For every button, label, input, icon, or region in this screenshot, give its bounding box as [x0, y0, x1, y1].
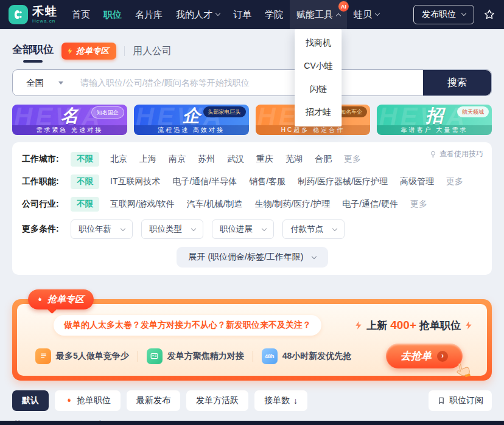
feature-max-5: 最多5人做单竞争少 — [35, 348, 129, 364]
flame-icon — [65, 396, 73, 405]
region-select[interactable]: 全国 — [13, 70, 73, 95]
filter-more-link[interactable]: 更多 — [410, 199, 427, 210]
grab-zone-tag: 抢单专区 — [28, 289, 94, 309]
document-icon — [35, 348, 51, 364]
filter-row-city: 工作城市: 不限 北京 上海 南京 苏州 武汉 重庆 芜湖 合肥 更多 — [22, 152, 482, 167]
menu-item-flash-link[interactable]: 闪链 — [295, 78, 341, 101]
menu-item-recruit-frog[interactable]: 招才蛙 — [295, 101, 341, 124]
filter-card: 查看使用技巧 工作城市: 不限 北京 上海 南京 苏州 武汉 重庆 芜湖 合肥 … — [12, 142, 492, 275]
nav-item-card-library[interactable]: 名片库 — [128, 0, 169, 29]
search-input[interactable] — [73, 70, 423, 95]
banner-badge: 航天领域 — [457, 106, 489, 117]
lightning-icon — [354, 320, 363, 330]
logo-subtitle: Hewa.cn — [32, 19, 58, 24]
sort-grab-jobs-button[interactable]: 抢单职位 — [55, 390, 121, 411]
job-subscribe-button[interactable]: 职位订阅 — [429, 390, 492, 411]
filter-option[interactable]: IT互联网技术 — [110, 176, 160, 187]
sort-desc-icon: ↓ — [293, 396, 298, 406]
filter-label: 工作城市: — [22, 154, 71, 165]
nav-item-jobs[interactable]: 职位 — [97, 0, 128, 29]
search-button[interactable]: 搜索 — [423, 70, 491, 95]
filter-option[interactable]: 南京 — [169, 154, 186, 165]
filter-option[interactable]: 生物/制药/医疗/护理 — [255, 199, 331, 210]
dropdown-job-type[interactable]: 职位类型 — [141, 219, 203, 239]
sort-default-button[interactable]: 默认 — [12, 390, 49, 411]
filter-row-function: 工作职能: 不限 IT互联网技术 电子/通信/半导体 销售/客服 制药/医疗器械… — [22, 174, 482, 189]
frog-logo-icon — [9, 5, 28, 24]
hero-banner-famous[interactable]: HEWA 名 知名国企 需求紧急 光速对接 — [12, 105, 127, 135]
filter-more-link[interactable]: 更多 — [446, 176, 463, 187]
expand-row: 展开 (职位佣金/标签/工作年限) — [22, 247, 482, 268]
filter-option[interactable]: 电子/通信/硬件 — [342, 199, 398, 210]
nav-menu: 首页 职位 名片库 我的人才 订单 学院 赋能工具 AI 找商机 CV小蛙 闪链… — [65, 0, 386, 29]
tab-companies[interactable]: 用人公司 — [133, 45, 172, 58]
filter-option-unlimited[interactable]: 不限 — [71, 174, 99, 189]
chevron-down-icon — [262, 226, 267, 231]
hero-banner-recruit[interactable]: HEWA 招 航天领域 靠谱客户 大量需求 — [377, 105, 492, 135]
filter-option-unlimited[interactable]: 不限 — [71, 197, 99, 212]
hero-banner-enterprise[interactable]: HEWA 企 头部家电巨头 流程迅速 高效对接 — [134, 105, 249, 135]
banner-badge: 头部家电巨头 — [203, 106, 246, 117]
filter-option[interactable]: 苏州 — [198, 154, 215, 165]
menu-item-cv-frog[interactable]: CV小蛙 — [295, 55, 341, 78]
filter-option[interactable]: 汽车/机械/制造 — [187, 199, 243, 210]
filter-option[interactable]: 销售/客服 — [249, 176, 285, 187]
feature-48h: 48h 48小时新发优先抢 — [262, 348, 352, 364]
hewa-logo[interactable]: 禾蛙 Hewa.cn — [9, 5, 58, 24]
filter-option[interactable]: 电子/通信/半导体 — [172, 176, 237, 187]
nav-item-home[interactable]: 首页 — [65, 0, 97, 29]
chevron-down-icon — [311, 254, 316, 259]
chevron-down-icon — [461, 11, 466, 16]
filter-row-more-conditions: 更多条件: 职位年薪 职位类型 职位进展 付款节点 — [22, 219, 482, 239]
menu-item-find-business[interactable]: 找商机 — [295, 32, 341, 55]
sort-newest-button[interactable]: 最新发布 — [127, 390, 180, 411]
filter-option[interactable]: 高级管理 — [400, 176, 434, 187]
nav-item-orders[interactable]: 订单 — [226, 0, 258, 29]
chevron-down-icon — [375, 11, 380, 16]
chevron-up-icon — [336, 13, 341, 18]
filter-option[interactable]: 互联网/游戏/软件 — [110, 199, 175, 210]
sort-order-count-button[interactable]: 接单数 ↓ — [254, 390, 307, 411]
favorite-star-icon[interactable] — [483, 9, 495, 21]
logo-title: 禾蛙 — [32, 5, 58, 17]
chevron-down-icon — [121, 226, 125, 231]
pointing-hand-icon — [451, 359, 473, 381]
hero-banners-row: HEWA 名 知名国企 需求紧急 光速对接 HEWA 企 头部家电巨头 流程迅速… — [12, 105, 492, 135]
sort-row: 默认 抢单职位 最新发布 发单方活跃 接单数 ↓ 职位订阅 — [12, 390, 492, 411]
dropdown-salary[interactable]: 职位年薪 — [71, 219, 133, 239]
filter-option[interactable]: 北京 — [110, 154, 127, 165]
bookmark-icon — [437, 396, 446, 405]
filter-option-unlimited[interactable]: 不限 — [71, 152, 99, 167]
filter-label: 更多条件: — [22, 224, 71, 235]
tab-all-jobs[interactable]: 全部职位 — [12, 43, 54, 60]
nav-item-wabei[interactable]: 蛙贝 — [347, 0, 386, 29]
banner-subtitle: 流程迅速 高效对接 — [134, 125, 249, 135]
go-grab-button[interactable]: 去抢单 › — [386, 344, 463, 368]
filter-option[interactable]: 重庆 — [256, 154, 273, 165]
chevron-down-icon — [215, 11, 220, 16]
filter-more-link[interactable]: 更多 — [344, 154, 361, 165]
usage-tips-link[interactable]: 查看使用技巧 — [429, 149, 483, 159]
nav-item-academy[interactable]: 学院 — [258, 0, 290, 29]
lightning-icon — [464, 320, 474, 330]
filter-row-industry: 公司行业: 不限 互联网/游戏/软件 汽车/机械/制造 生物/制药/医疗/护理 … — [22, 197, 482, 212]
tab-grab-zone[interactable]: 抢单专区 — [61, 43, 116, 60]
expand-filters-button[interactable]: 展开 (职位佣金/标签/工作年限) — [177, 247, 328, 268]
filter-option[interactable]: 武汉 — [227, 154, 244, 165]
filter-option[interactable]: 合肥 — [315, 154, 332, 165]
publish-job-button[interactable]: 发布职位 — [413, 5, 474, 24]
feature-focus: 发单方聚焦精力对接 — [147, 348, 244, 364]
filter-label: 工作职能: — [22, 176, 71, 187]
nav-item-my-talent[interactable]: 我的人才 — [169, 0, 226, 29]
arrow-right-icon: › — [437, 351, 448, 362]
filter-option[interactable]: 制药/医疗器械/医疗护理 — [298, 176, 388, 187]
sort-active-publisher-button[interactable]: 发单方活跃 — [186, 390, 248, 411]
filter-option[interactable]: 上海 — [139, 154, 156, 165]
main-content: 全部职位 抢单专区 用人公司 全国 搜索 HEWA 名 知名国企 需求紧急 光速… — [0, 41, 504, 425]
dropdown-job-progress[interactable]: 职位进展 — [212, 219, 274, 239]
filter-option[interactable]: 芜湖 — [285, 154, 303, 165]
top-navbar: 禾蛙 Hewa.cn 首页 职位 名片库 我的人才 订单 学院 赋能工具 AI — [0, 0, 504, 29]
dropdown-payment-node[interactable]: 付款节点 — [282, 219, 345, 239]
nav-item-tools[interactable]: 赋能工具 AI 找商机 CV小蛙 闪链 招才蛙 — [290, 0, 347, 29]
feature-divider — [138, 351, 138, 362]
